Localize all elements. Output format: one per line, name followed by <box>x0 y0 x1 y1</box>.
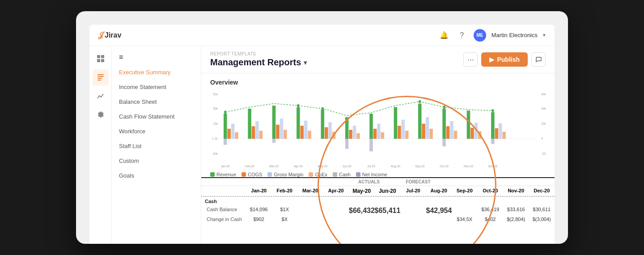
col-jan: Jan-20 <box>246 188 272 194</box>
svg-text:51k: 51k <box>213 92 218 97</box>
svg-rect-32 <box>297 107 300 139</box>
svg-rect-62 <box>475 123 478 139</box>
svg-rect-35 <box>308 131 311 139</box>
chart-section: Overview 51k 30k 15k -1.1k -20k 60k <box>201 73 555 177</box>
net-income-label: Net Income <box>362 172 387 177</box>
user-avatar: ME <box>474 29 486 42</box>
svg-rect-27 <box>259 131 263 139</box>
cb-may: $66,432 <box>349 207 375 215</box>
svg-rect-42 <box>353 126 356 139</box>
legend-cash: Cash <box>333 172 351 177</box>
svg-rect-90 <box>442 139 446 146</box>
empty-col7 <box>492 179 517 184</box>
nav-header: ≡ <box>112 46 201 65</box>
svg-rect-67 <box>502 132 506 139</box>
reports-icon[interactable] <box>93 69 109 85</box>
cb-mar <box>297 207 323 215</box>
top-right-actions: 🔔 ? ME Martin Electronics ▾ <box>438 29 546 42</box>
empty-col3 <box>295 179 320 184</box>
dashboard-icon[interactable] <box>93 51 109 67</box>
chat-button[interactable] <box>531 52 546 67</box>
revenue-color <box>210 172 215 177</box>
empty-col <box>246 179 271 184</box>
svg-rect-41 <box>349 130 352 139</box>
cc-may <box>349 217 375 222</box>
opex-color <box>309 172 313 177</box>
svg-text:0: 0 <box>542 136 543 141</box>
cb-jun: $65,411 <box>375 207 401 215</box>
sidebar-item-cash-flow[interactable]: Cash Flow Statement <box>112 109 201 124</box>
cash-color <box>333 172 337 177</box>
bell-icon[interactable]: 🔔 <box>438 29 450 42</box>
nav-panel: ≡ Executive Summary Income Statement Bal… <box>112 46 201 244</box>
cogs-label: COGS <box>248 172 262 177</box>
hamburger-icon[interactable]: ≡ <box>119 53 123 61</box>
svg-text:Jun-20: Jun-20 <box>343 164 352 169</box>
svg-text:-1.1k: -1.1k <box>211 136 218 141</box>
cc-mar <box>297 217 323 222</box>
empty-col5 <box>443 179 467 184</box>
gross-margin-color <box>267 172 272 177</box>
laptop-screen: 𝒥 Jirav 🔔 ? ME Martin Electronics ▾ <box>89 25 555 244</box>
more-button[interactable]: ··· <box>463 52 478 67</box>
cc-jul <box>400 217 426 222</box>
title-chevron: ▾ <box>304 59 307 66</box>
cb-feb: $1X <box>272 207 298 215</box>
svg-rect-57 <box>446 126 450 139</box>
publish-button[interactable]: ▶ Publish <box>481 52 528 67</box>
logo-icon: 𝒥 <box>98 30 103 40</box>
svg-rect-49 <box>398 126 401 139</box>
svg-rect-24 <box>248 109 251 139</box>
svg-rect-50 <box>402 120 405 139</box>
svg-rect-7 <box>97 80 101 81</box>
svg-rect-44 <box>369 114 373 139</box>
content-header: REPORT TEMPLATE Management Reports ▾ ···… <box>201 46 555 73</box>
cc-aug <box>426 217 452 222</box>
svg-text:Feb-20: Feb-20 <box>245 164 254 169</box>
svg-rect-47 <box>381 132 385 139</box>
content-area: REPORT TEMPLATE Management Reports ▾ ···… <box>201 46 555 244</box>
sidebar-item-income-statement[interactable]: Income Statement <box>112 80 201 94</box>
svg-rect-36 <box>321 110 325 139</box>
sidebar-item-custom[interactable]: Custom <box>112 153 201 168</box>
col-oct: Oct-20 <box>478 188 504 194</box>
legend-revenue: Revenue <box>210 172 236 177</box>
col-sep: Sep-20 <box>452 188 478 194</box>
svg-rect-23 <box>235 132 238 139</box>
top-bar: 𝒥 Jirav 🔔 ? ME Martin Electronics ▾ <box>89 25 555 46</box>
svg-rect-4 <box>97 74 104 75</box>
svg-text:40k: 40k <box>542 106 546 110</box>
settings-icon[interactable] <box>93 107 109 123</box>
svg-rect-63 <box>478 131 482 139</box>
analytics-icon[interactable] <box>93 88 109 104</box>
svg-rect-33 <box>301 126 304 139</box>
svg-point-70 <box>321 107 324 110</box>
svg-rect-65 <box>495 128 499 139</box>
empty-cell <box>201 179 246 184</box>
svg-point-71 <box>419 100 421 103</box>
svg-rect-2 <box>97 59 100 62</box>
sidebar-item-balance-sheet[interactable]: Balance Sheet <box>112 94 201 109</box>
col-feb: Feb-20 <box>272 188 298 194</box>
svg-text:-20k: -20k <box>542 152 546 156</box>
svg-rect-54 <box>426 117 429 139</box>
empty-col6 <box>467 179 492 184</box>
cc-jan: $902 <box>246 217 272 222</box>
col-mar: Mar-20 <box>297 188 323 194</box>
legend-gross-margin: Gross Margin <box>267 172 303 177</box>
svg-rect-53 <box>422 124 425 139</box>
col-may: May-20 <box>349 188 375 194</box>
sidebar-item-workforce[interactable]: Workforce <box>112 124 201 139</box>
svg-rect-60 <box>467 110 470 139</box>
cash-label: Cash <box>339 172 351 177</box>
table-section: ACTUALS FORECAST Jan-20 Feb- <box>201 177 555 223</box>
svg-rect-61 <box>470 128 474 139</box>
main-area: ≡ Executive Summary Income Statement Bal… <box>89 46 555 244</box>
sidebar-item-goals[interactable]: Goals <box>112 168 201 183</box>
sidebar-item-executive-summary[interactable]: Executive Summary <box>112 65 201 80</box>
sidebar-item-staff-list[interactable]: Staff List <box>112 139 201 153</box>
cb-jul <box>400 207 426 215</box>
logo: 𝒥 Jirav <box>98 30 121 40</box>
legend-cogs: COGS <box>242 172 262 177</box>
help-icon[interactable]: ? <box>456 29 468 42</box>
